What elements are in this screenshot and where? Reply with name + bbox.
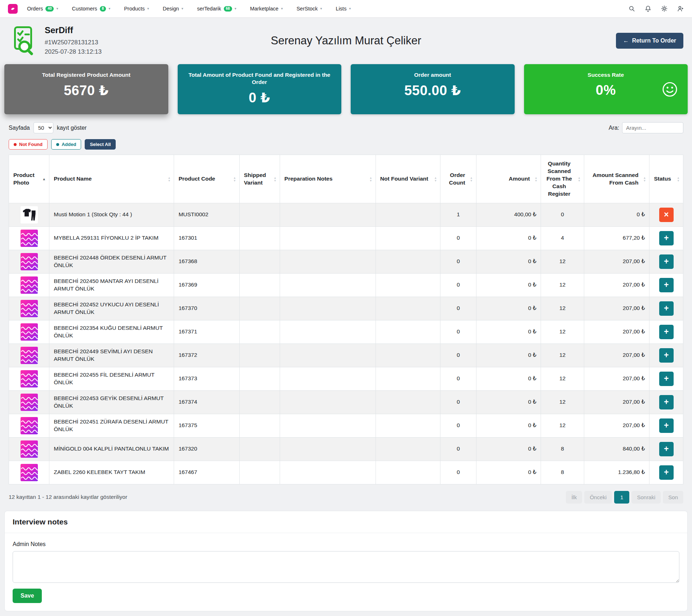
qty-scanned: 4 xyxy=(561,235,564,241)
page-size-select[interactable]: 50 xyxy=(34,122,53,133)
add-product-button[interactable]: + xyxy=(659,254,674,269)
column-header-preparation-notes[interactable]: Preparation Notes▲▼ xyxy=(280,155,376,203)
column-header-product-code[interactable]: Product Code▲▼ xyxy=(174,155,239,203)
nav-item-serstock[interactable]: SerStock▾ xyxy=(297,6,322,12)
chevron-down-icon: ▾ xyxy=(108,7,110,10)
add-product-button[interactable]: + xyxy=(659,465,674,480)
amount: 0 ₺ xyxy=(528,352,536,358)
plus-icon: + xyxy=(664,375,669,383)
qty-scanned: 12 xyxy=(559,258,565,264)
left-arrow-icon: ← xyxy=(623,37,629,44)
customer-name: Serenay Yazılım Murat Çeliker xyxy=(271,34,421,47)
column-header-amount-scanned-from-cash[interactable]: Amount Scanned From Cash▲▼ xyxy=(584,155,649,203)
not-found-variant-cell xyxy=(376,273,440,297)
nav-item-customers[interactable]: Customers8▾ xyxy=(72,6,110,12)
nav-item-design[interactable]: Design▾ xyxy=(163,6,183,12)
search-icon[interactable] xyxy=(628,5,635,12)
nav-item-label: Orders xyxy=(27,6,43,12)
amount-cell: 0 ₺ xyxy=(476,414,541,437)
table-row: Musti Motion 1 (Stock Qty : 44 )MUSTI000… xyxy=(9,203,683,226)
search-input[interactable] xyxy=(622,122,683,133)
page-header: SerDiff #1W250728131213 2025-07-28 13:12… xyxy=(0,17,692,58)
filter-added-button[interactable]: Added xyxy=(51,139,81,150)
return-button-label: Return To Order xyxy=(632,37,676,44)
add-product-button[interactable]: + xyxy=(659,278,674,292)
table-row: MYBELLA 259131 FİYONKLU 2 İP TAKIM167301… xyxy=(9,226,683,250)
column-header-shipped-variant[interactable]: Shipped Variant▲▼ xyxy=(239,155,280,203)
column-header-product-photo[interactable]: Product Photo▲ xyxy=(9,155,49,203)
stat-card-label: Total Registered Product Amount xyxy=(11,71,162,79)
stat-card-total-registered-product-amount: Total Registered Product Amount5670 ₺ xyxy=(4,64,168,114)
add-product-button[interactable]: + xyxy=(659,395,674,409)
name-cell: BEBECHİ 202449 SEVİMLİ AYI DESEN ARMUT Ö… xyxy=(49,344,174,367)
chevron-down-icon: ▾ xyxy=(147,7,149,10)
top-navbar: Orders40▾Customers8▾Products▾Design▾serT… xyxy=(0,0,692,17)
nav-item-marketplace[interactable]: Marketplace▾ xyxy=(250,6,283,12)
select-all-button[interactable]: Select All xyxy=(85,139,116,150)
admin-notes-textarea[interactable] xyxy=(13,551,679,583)
nav-item-lists[interactable]: Lists▾ xyxy=(336,6,351,12)
amount-cell: 0 ₺ xyxy=(476,367,541,390)
order-number: #1W250728131213 xyxy=(45,38,102,47)
column-header-quantity-scanned-from-the-cash-register[interactable]: Quantity Scanned From The Cash Register▲… xyxy=(541,155,584,203)
qty-scanned-cell: 12 xyxy=(541,367,584,390)
bell-icon[interactable] xyxy=(644,5,652,12)
save-button[interactable]: Save xyxy=(13,589,42,603)
order-count-cell: 0 xyxy=(440,367,476,390)
add-product-button[interactable]: + xyxy=(659,372,674,386)
nav-item-sertedarik[interactable]: serTedarik68▾ xyxy=(197,6,236,12)
add-product-button[interactable]: + xyxy=(659,231,674,245)
brand-logo[interactable] xyxy=(8,4,18,14)
add-product-button[interactable]: + xyxy=(659,442,674,456)
pagination-1[interactable]: 1 xyxy=(614,491,629,504)
nav-item-orders[interactable]: Orders40▾ xyxy=(27,6,58,12)
gear-icon[interactable] xyxy=(661,5,668,12)
shipped-variant-cell xyxy=(239,320,280,344)
code: 167372 xyxy=(178,352,197,358)
sort-icon: ▲▼ xyxy=(168,176,170,182)
page-title: SerDiff xyxy=(45,25,102,35)
code-cell: 167373 xyxy=(174,367,239,390)
remove-product-button[interactable]: × xyxy=(659,208,674,222)
table-body: Musti Motion 1 (Stock Qty : 44 )MUSTI000… xyxy=(9,203,683,484)
pagination-son[interactable]: Son xyxy=(663,491,683,504)
column-header-status[interactable]: Status▲▼ xyxy=(649,155,683,203)
shipped-variant-cell xyxy=(239,414,280,437)
nav-item-products[interactable]: Products▾ xyxy=(124,6,149,12)
nav-item-label: Marketplace xyxy=(250,6,279,12)
table-row: BEBECHİ 202452 UYKUCU AYI DESENLİ ARMUT … xyxy=(9,297,683,320)
column-header-order-count[interactable]: Order Count▲▼ xyxy=(440,155,476,203)
photo-cell xyxy=(9,367,49,390)
return-to-order-button[interactable]: ← Return To Order xyxy=(616,33,683,49)
notes-body: Admin Notes Save xyxy=(5,533,687,611)
preparation-notes-cell xyxy=(280,273,376,297)
order-count-cell: 0 xyxy=(440,461,476,484)
add-product-button[interactable]: + xyxy=(659,418,674,433)
preparation-notes-cell xyxy=(280,390,376,414)
column-header-amount[interactable]: Amount▲▼ xyxy=(476,155,541,203)
amount-scanned: 840,00 ₺ xyxy=(623,446,645,452)
add-product-button[interactable]: + xyxy=(659,301,674,316)
filter-not-found-button[interactable]: Not Found xyxy=(9,139,48,150)
stat-card-label: Success Rate xyxy=(531,71,682,79)
pagination-nceki[interactable]: Önceki xyxy=(584,491,612,504)
chevron-down-icon: ▾ xyxy=(281,7,283,10)
column-header-label: Shipped Variant xyxy=(244,172,266,186)
plus-icon: + xyxy=(664,304,669,313)
stat-card-value: 550.00 ₺ xyxy=(357,83,508,98)
column-header-not-found-variant[interactable]: Not Found Variant▲▼ xyxy=(376,155,440,203)
name: BEBECHİ 202452 UYKUCU AYI DESENLİ ARMUT … xyxy=(54,301,159,315)
column-header-label: Preparation Notes xyxy=(284,176,333,182)
pagination-i-lk[interactable]: İlk xyxy=(566,491,582,504)
column-header-product-name[interactable]: Product Name▲▼ xyxy=(49,155,174,203)
shipped-variant-cell xyxy=(239,250,280,273)
amount-scanned: 677,20 ₺ xyxy=(623,235,645,241)
stat-card-label: Order amount xyxy=(357,71,508,79)
photo-cell xyxy=(9,344,49,367)
status-cell: + xyxy=(649,250,683,273)
user-add-icon[interactable] xyxy=(677,5,684,12)
pagination-sonraki[interactable]: Sonraki xyxy=(631,491,661,504)
add-product-button[interactable]: + xyxy=(659,325,674,339)
add-product-button[interactable]: + xyxy=(659,348,674,363)
status-cell: × xyxy=(649,203,683,226)
